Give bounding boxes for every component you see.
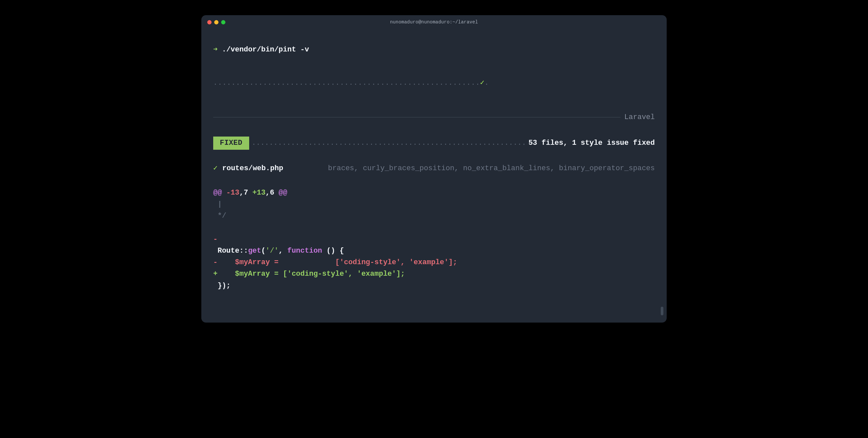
diff-del-arr: ['coding-style', 'example']; — [335, 258, 458, 267]
command-text: ./vendor/bin/pint — [222, 45, 296, 54]
check-icon: ✓ — [480, 79, 484, 87]
diff-route: Route — [213, 247, 239, 255]
diff-close: }); — [213, 282, 231, 290]
diff-context: */ — [213, 212, 226, 220]
file-row: ✓routes/web.phpbraces, curly_braces_posi… — [213, 163, 655, 174]
diff-add-sp — [279, 270, 283, 278]
preset-label: Laravel — [624, 111, 655, 123]
diff-add-lead: $myArray — [217, 270, 274, 278]
terminal-window: nunomaduro@nunomaduro:~/laravel ➜ ./vend… — [201, 15, 667, 323]
progress-dots: ........................................… — [213, 79, 480, 87]
minimize-icon[interactable] — [214, 20, 218, 24]
divider-line — [213, 117, 620, 117]
diff-get: get — [248, 247, 261, 255]
hunk-c2: ,6 — [265, 189, 279, 197]
section-divider: Laravel — [213, 111, 655, 123]
diff-removed-line: - — [213, 235, 217, 243]
hunk-plus: +13 — [252, 189, 266, 197]
diff-context: | — [213, 200, 222, 208]
diff-del-gap — [279, 258, 335, 267]
hunk-c1: ,7 — [239, 189, 252, 197]
prompt-arrow-icon: ➜ — [213, 45, 217, 54]
diff-block: @@ -13,7 +13,6 @@ | */ - Route::get('/',… — [213, 187, 655, 292]
close-icon[interactable] — [207, 20, 212, 24]
status-row: FIXED...................................… — [213, 137, 655, 149]
window-title: nunomaduro@nunomaduro:~/laravel — [201, 19, 667, 26]
window-controls — [207, 20, 225, 24]
status-summary: 53 files, 1 style issue fixed — [528, 137, 655, 149]
progress-dots-after: . — [485, 79, 489, 87]
diff-comma: , — [279, 247, 287, 255]
diff-dbl: :: — [239, 247, 248, 255]
diff-slash: '/' — [265, 247, 279, 255]
zoom-icon[interactable] — [221, 20, 225, 24]
terminal-body[interactable]: ➜ ./vendor/bin/pint -v .................… — [201, 29, 667, 315]
diff-del-eq: = — [274, 258, 279, 267]
titlebar: nunomaduro@nunomaduro:~/laravel — [201, 15, 667, 29]
diff-del-lead: $myArray — [217, 258, 274, 267]
progress-line: ........................................… — [213, 77, 655, 89]
hunk-minus: -13 — [226, 189, 240, 197]
diff-func: function — [287, 247, 327, 255]
file-rules: braces, curly_braces_position, no_extra_… — [328, 163, 655, 174]
check-icon: ✓ — [213, 163, 217, 174]
status-badge: FIXED — [213, 137, 249, 149]
diff-lp: ( — [261, 247, 265, 255]
file-name: routes/web.php — [222, 163, 283, 174]
command-flag: -v — [300, 45, 309, 54]
hunk-at2: @@ — [279, 189, 287, 197]
diff-add-arr: ['coding-style', 'example']; — [283, 270, 405, 278]
scrollbar-thumb[interactable] — [661, 307, 663, 315]
hunk-at: @@ — [213, 189, 226, 197]
diff-add-eq: = — [274, 270, 279, 278]
filler-dots: ........................................… — [249, 137, 529, 149]
diff-paren: () { — [327, 247, 344, 255]
diff-add-sign: + — [213, 270, 217, 278]
diff-del-sign: - — [213, 258, 217, 267]
